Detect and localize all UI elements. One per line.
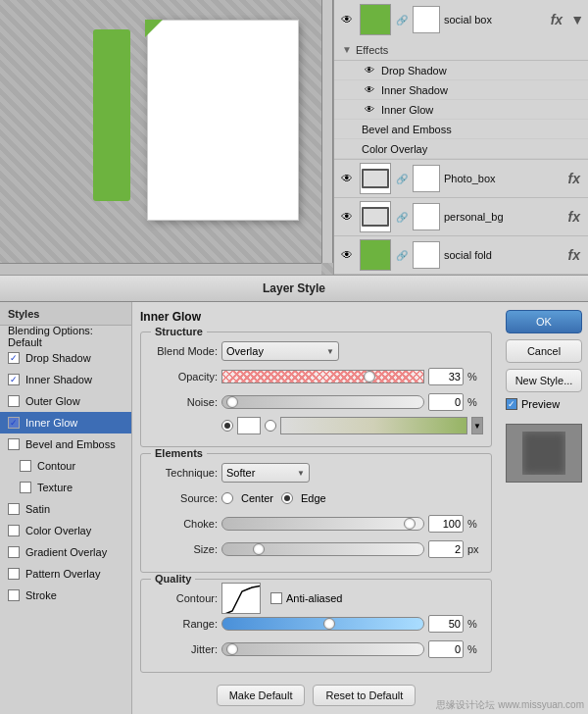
checkbox-contour[interactable] (20, 460, 31, 472)
size-slider[interactable] (221, 542, 424, 556)
checkbox-satin[interactable] (8, 503, 20, 515)
effect-eye-inner-glow[interactable]: 👁 (362, 102, 377, 118)
style-item-inner-glow[interactable]: Inner Glow (0, 412, 131, 434)
choke-input[interactable]: 100 (428, 515, 464, 533)
cancel-button[interactable]: Cancel (506, 339, 582, 363)
checkbox-inner-shadow[interactable] (8, 374, 20, 385)
size-value: 2 (455, 543, 461, 555)
layer-eye-social-fold[interactable]: 👁 (338, 246, 356, 264)
fold-triangle (145, 20, 163, 37)
effect-color-overlay[interactable]: Color Overlay (334, 139, 588, 159)
glow-color-row: ▼ (149, 417, 483, 434)
scroll-bar-vertical[interactable] (321, 0, 333, 263)
opacity-thumb[interactable] (364, 371, 375, 382)
size-thumb[interactable] (253, 543, 265, 555)
jitter-thumb[interactable] (226, 643, 238, 655)
jitter-input[interactable]: 0 (428, 640, 464, 658)
scroll-bar-horizontal[interactable] (0, 263, 321, 275)
radio-edge[interactable] (281, 492, 293, 504)
effect-eye-drop-shadow[interactable]: 👁 (362, 63, 377, 78)
checkbox-outer-glow[interactable] (8, 395, 20, 407)
opacity-unit: % (467, 371, 483, 382)
layer-row-social-box[interactable]: 👁 🔗 social box fx ▼ (334, 0, 588, 39)
blend-mode-select[interactable]: Overlay ▼ (221, 341, 339, 361)
noise-thumb[interactable] (226, 396, 238, 408)
blend-mode-arrow: ▼ (326, 347, 334, 356)
quality-section: Quality Contour: Anti-aliased Range: (140, 579, 492, 673)
effect-label-bevel-emboss: Bevel and Emboss (362, 124, 452, 135)
style-item-bevel-emboss[interactable]: Bevel and Emboss (0, 434, 131, 455)
effect-inner-shadow[interactable]: 👁 Inner Shadow (334, 80, 588, 100)
layer-expand-arrow[interactable]: ▼ (570, 12, 584, 27)
styles-sidebar: Styles Blending Options: Default Drop Sh… (0, 302, 132, 714)
style-item-satin[interactable]: Satin (0, 498, 131, 520)
layer-social-fold[interactable]: 👁 🔗 social fold fx (334, 236, 588, 275)
color-swatch[interactable] (237, 417, 261, 434)
style-label-inner-glow: Inner Glow (25, 417, 77, 429)
style-item-pattern-overlay[interactable]: Pattern Overlay (0, 563, 131, 585)
make-default-button[interactable]: Make Default (217, 685, 306, 706)
gradient-swatch[interactable] (280, 417, 467, 434)
layer-social-box[interactable]: 👁 🔗 social box fx ▼ ▼ Effects 👁 Drop Sha… (334, 0, 588, 160)
new-style-button[interactable]: New Style... (506, 369, 582, 392)
radio-solid-color[interactable] (221, 420, 233, 432)
effect-bevel-emboss[interactable]: Bevel and Emboss (334, 120, 588, 139)
reset-to-default-button[interactable]: Reset to Default (313, 685, 416, 706)
style-item-gradient-overlay[interactable]: Gradient Overlay (0, 541, 131, 563)
preview-label-row: ✓ Preview (506, 398, 582, 410)
style-item-blending[interactable]: Blending Options: Default (0, 326, 131, 347)
style-item-stroke[interactable]: Stroke (0, 585, 131, 606)
layer-eye-personal-bg[interactable]: 👁 (338, 208, 356, 226)
checkbox-inner-glow[interactable] (8, 417, 20, 429)
noise-slider[interactable] (221, 395, 424, 409)
layer-style-dialog: Styles Blending Options: Default Drop Sh… (0, 302, 588, 714)
layer-photo-box[interactable]: 👁 🔗 Photo_box fx (334, 160, 588, 198)
checkbox-texture[interactable] (20, 482, 31, 493)
style-item-outer-glow[interactable]: Outer Glow (0, 390, 131, 412)
choke-slider[interactable] (221, 517, 424, 531)
technique-select[interactable]: Softer ▼ (221, 463, 310, 483)
checkbox-color-overlay[interactable] (8, 525, 20, 536)
checkbox-stroke[interactable] (8, 589, 20, 601)
style-item-drop-shadow[interactable]: Drop Shadow (0, 347, 131, 369)
style-item-color-overlay[interactable]: Color Overlay (0, 520, 131, 541)
checkbox-pattern-overlay[interactable] (8, 568, 20, 580)
style-item-contour[interactable]: Contour (0, 455, 131, 477)
effect-eye-inner-shadow[interactable]: 👁 (362, 82, 377, 98)
style-item-inner-shadow[interactable]: Inner Shadow (0, 369, 131, 390)
range-slider[interactable] (221, 617, 424, 631)
ok-button[interactable]: OK (506, 310, 582, 333)
gradient-arrow[interactable]: ▼ (471, 417, 483, 434)
effect-drop-shadow[interactable]: 👁 Drop Shadow (334, 61, 588, 80)
effect-inner-glow[interactable]: 👁 Inner Glow (334, 100, 588, 120)
opacity-input[interactable]: 33 (428, 368, 464, 385)
noise-input[interactable]: 0 (428, 393, 464, 411)
checkbox-gradient-overlay[interactable] (8, 546, 20, 558)
style-item-texture[interactable]: Texture (0, 477, 131, 498)
checkbox-drop-shadow[interactable] (8, 352, 20, 364)
noise-value: 0 (455, 396, 461, 408)
radio-center[interactable] (221, 492, 233, 504)
source-options: Center Edge (221, 492, 326, 504)
size-input[interactable]: 2 (428, 540, 464, 558)
range-input[interactable]: 50 (428, 615, 464, 633)
range-thumb[interactable] (323, 618, 335, 630)
opacity-row: Opacity: 33 % (149, 366, 483, 387)
layer-personal-bg[interactable]: 👁 🔗 personal_bg fx (334, 198, 588, 236)
layer-eye-social-box[interactable]: 👁 (338, 11, 356, 28)
checkbox-anti-aliased[interactable] (270, 592, 282, 604)
radio-gradient[interactable] (265, 420, 276, 432)
preview-checkbox[interactable]: ✓ (506, 398, 517, 410)
layer-eye-photo-box[interactable]: 👁 (338, 170, 356, 187)
checkbox-bevel-emboss[interactable] (8, 438, 20, 450)
contour-swatch[interactable] (221, 583, 261, 614)
size-label: Size: (149, 543, 218, 555)
size-row: Size: 2 px (149, 538, 483, 560)
opacity-slider[interactable] (221, 370, 424, 383)
source-label: Source: (149, 492, 218, 504)
effects-collapse-icon[interactable]: ▼ (342, 44, 352, 55)
dialog-main: Inner Glow Structure Blend Mode: Overlay… (132, 302, 500, 714)
jitter-slider[interactable] (221, 642, 424, 656)
choke-thumb[interactable] (404, 518, 416, 530)
layer-mask-social-fold (413, 241, 440, 269)
